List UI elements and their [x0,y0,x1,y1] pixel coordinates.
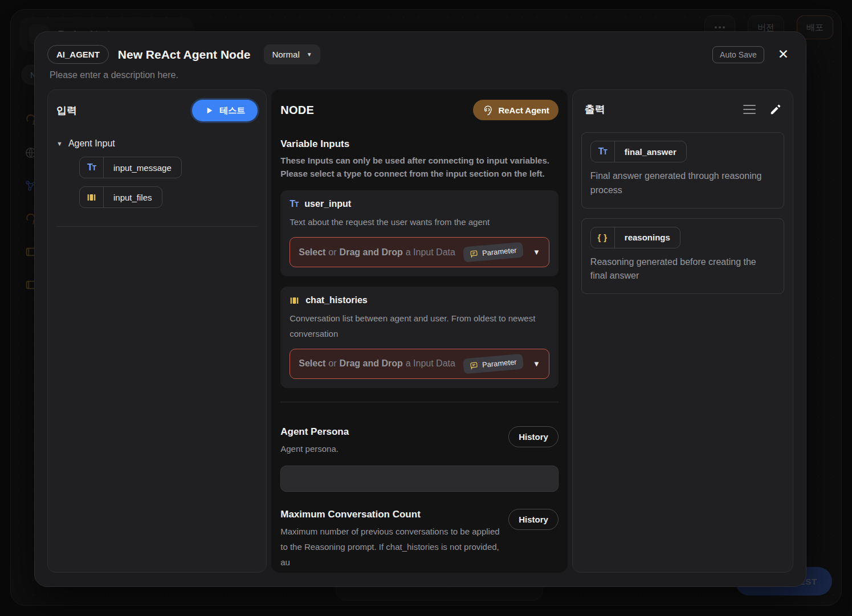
chevron-down-icon: ▼ [533,360,540,368]
section-divider [280,402,559,402]
output-variable-final-answer[interactable]: TT final_answer [590,141,687,162]
agent-head-icon [482,105,493,116]
mode-select[interactable]: Normal ▼ [264,44,320,64]
node-panel: NODE ReAct Agent Variable Inputs These I… [271,89,568,573]
close-icon[interactable]: ✕ [778,47,789,62]
react-agent-badge: ReAct Agent [473,100,558,120]
chevron-down-icon: ▼ [56,140,63,147]
persona-history-button[interactable]: History [508,426,559,447]
auto-save-badge: Auto Save [712,46,764,63]
menu-icon[interactable] [743,109,756,111]
user-input-select[interactable]: Select or Drag and Drop a Input Data Par… [290,237,549,267]
parameter-chat-icon [469,250,478,259]
array-type-icon [290,296,299,305]
output-card-reasonings: { } reasonings Reasoning generated befor… [581,218,784,295]
input-panel: 입력 테스트 ▼ Agent Input TT input_message [47,89,267,573]
description-field[interactable]: Please enter a description here. [50,70,806,80]
max-conversation-history-button[interactable]: History [508,509,559,530]
parameter-chat-icon [469,361,478,370]
output-panel: 출력 TT final_answer Final answer generate… [572,89,793,573]
test-button[interactable]: 테스트 [192,100,258,121]
input-panel-divider [56,226,258,227]
variable-inputs-description: These Inputs can only be used after conn… [280,154,559,180]
text-type-icon: TT [598,147,607,156]
node-panel-title: NODE [280,104,314,117]
max-conversation-description: Maximum number of previous conversations… [280,524,507,570]
agent-persona-title: Agent Persona [280,426,349,438]
input-variable-input-files[interactable]: input_files [79,186,162,208]
output-panel-title: 출력 [585,103,605,116]
object-type-icon: { } [598,232,608,242]
play-icon [205,106,214,115]
output-card-final-answer: TT final_answer Final answer generated t… [581,132,784,209]
input-variable-input-message[interactable]: TT input_message [79,157,182,178]
text-type-icon: TT [87,163,96,172]
field-card-chat-histories: chat_histories Conversation list between… [280,287,559,388]
modal-header: AI_AGENT New ReAct Agent Node Normal ▼ A… [35,32,806,64]
input-panel-title: 입력 [56,104,77,117]
parameter-chip: Parameter [463,242,524,263]
agent-persona-description: Agent persona. [280,441,349,456]
node-type-badge: AI_AGENT [47,45,109,64]
parameter-chip: Parameter [463,353,524,374]
variable-inputs-title: Variable Inputs [280,138,559,150]
edit-pencil-icon[interactable] [769,103,782,116]
chevron-down-icon: ▼ [307,51,312,58]
agent-input-group[interactable]: ▼ Agent Input [56,138,258,149]
chat-histories-select[interactable]: Select or Drag and Drop a Input Data Par… [290,349,549,379]
chevron-down-icon: ▼ [533,248,540,256]
output-variable-reasonings[interactable]: { } reasonings [590,227,680,248]
text-type-icon: TT [290,199,298,209]
modal-title[interactable]: New ReAct Agent Node [118,48,251,62]
array-type-icon [87,193,96,202]
field-card-user-input: TT user_input Text about the request the… [280,190,559,276]
agent-persona-input[interactable] [280,466,559,492]
max-conversation-title: Maximum Conversation Count [280,509,507,520]
node-config-modal: AI_AGENT New ReAct Agent Node Normal ▼ A… [34,31,806,587]
